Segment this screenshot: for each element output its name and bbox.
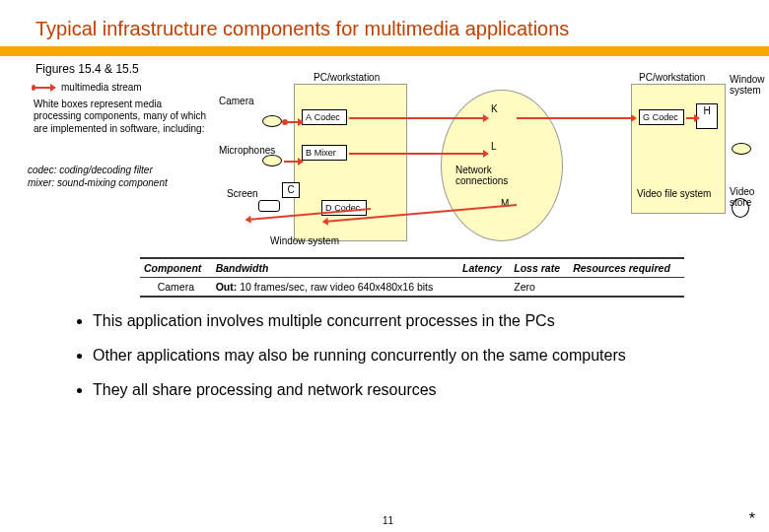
cell-bw-text: 10 frames/sec, raw video 640x480x16 bits [240, 281, 433, 293]
screen-icon [258, 200, 280, 212]
box-b-label: Mixer [315, 148, 336, 158]
camera-icon [262, 115, 282, 127]
microphones-label: Microphones [219, 145, 275, 156]
diagram-stage: multimedia stream White boxes represent … [0, 80, 769, 257]
th-latency: Latency [458, 259, 510, 278]
bullet-item: This application involves multiple concu… [93, 311, 706, 332]
legend-box: multimedia stream White boxes represent … [28, 80, 213, 141]
window-system-right: Window system [730, 74, 769, 96]
stream-arrow-5 [517, 117, 635, 119]
cell-bandwidth: Out: 10 frames/sec, raw video 640x480x16… [212, 278, 458, 297]
cell-bw-dir: Out: [216, 281, 238, 293]
cell-loss: Zero [510, 278, 569, 297]
table-row: Camera Out: 10 frames/sec, raw video 640… [140, 278, 684, 297]
stream-arrow-4 [349, 153, 487, 155]
arrow-swatch-icon [34, 87, 55, 89]
legend-whitebox-text: White boxes represent media processing c… [34, 99, 207, 136]
legend-mixer: mixer: sound-mixing component [28, 177, 168, 188]
cell-resources [569, 278, 684, 297]
th-bandwidth: Bandwidth [212, 259, 458, 278]
stream-arrow-1 [284, 121, 302, 123]
legend-definitions: codec: coding/decoding filter mixer: sou… [28, 165, 213, 189]
footer-asterisk: * [749, 510, 755, 528]
th-resources: Resources required [569, 259, 684, 278]
bullet-list: This application involves multiple concu… [75, 311, 706, 400]
cell-latency [458, 278, 510, 297]
stream-arrow-2 [349, 117, 487, 119]
right-device-icon-1 [732, 143, 751, 155]
box-c: C [282, 182, 300, 198]
box-b-letter: B [306, 148, 312, 158]
box-g-label: Codec [653, 112, 678, 122]
screen-label: Screen [227, 188, 258, 199]
box-b-mixer: B Mixer [302, 145, 347, 161]
node-m: M [501, 198, 509, 209]
microphone-icon [262, 155, 282, 166]
box-a-label: Codec [315, 112, 340, 122]
stream-arrow-6 [686, 117, 698, 119]
bullet-item: They all share processing and network re… [93, 380, 706, 401]
page-number: 11 [383, 515, 393, 526]
legend-stream-label: multimedia stream [61, 82, 142, 95]
pc-right-label: PC/workstation [639, 72, 705, 83]
network-connections-label: Network connections [455, 165, 524, 186]
th-lossrate: Loss rate [510, 259, 569, 278]
box-g-letter: G [643, 112, 650, 122]
bullet-item: Other applications may also be running c… [93, 346, 706, 366]
window-system-bottom: Window system [270, 235, 339, 246]
legend-codec: codec: coding/decoding filter [28, 165, 153, 175]
th-component: Component [140, 259, 212, 278]
box-a-codec: A Codec [302, 109, 347, 125]
node-k: K [491, 103, 498, 114]
stream-arrow-3 [284, 161, 302, 163]
video-file-system-label: Video file system [637, 188, 711, 199]
box-g-codec: G Codec [639, 109, 684, 125]
page-title: Typical infrastructure components for mu… [0, 0, 769, 44]
camera-label: Camera [219, 96, 254, 106]
cell-component: Camera [140, 278, 212, 297]
components-table: Component Bandwidth Latency Loss rate Re… [140, 257, 684, 298]
divider-orange [0, 46, 769, 56]
pc-left-label: PC/workstation [314, 72, 380, 83]
video-store-icon [732, 198, 749, 218]
